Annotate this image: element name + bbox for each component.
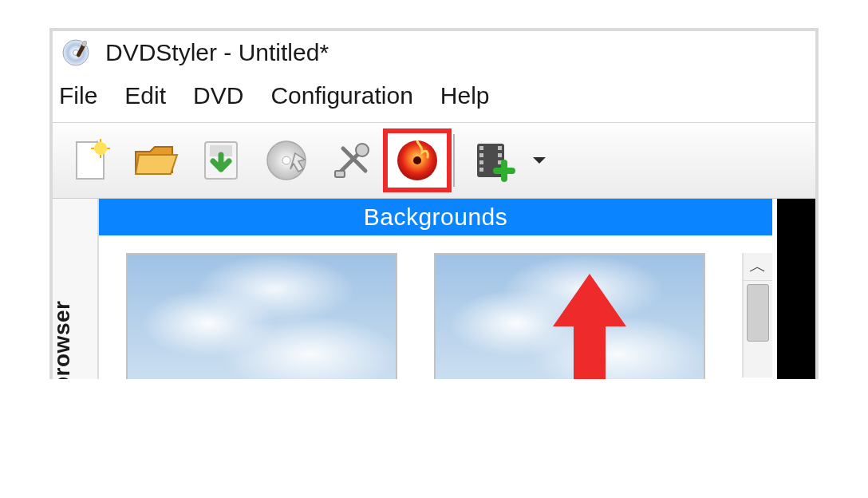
svg-point-12: [282, 156, 290, 164]
svg-point-4: [94, 142, 107, 155]
folder-open-icon: [131, 137, 180, 184]
svg-rect-22: [479, 160, 483, 164]
backgrounds-thumbnails: ︿: [99, 235, 772, 379]
new-file-icon: [67, 137, 113, 184]
menu-help[interactable]: Help: [440, 82, 490, 109]
toolbar-add-file-button[interactable]: [464, 130, 523, 191]
svg-rect-23: [479, 168, 483, 172]
menu-edit[interactable]: Edit: [124, 82, 166, 109]
toolbar-settings-button[interactable]: [319, 130, 385, 191]
menu-configuration[interactable]: Configuration: [270, 82, 412, 109]
preview-area: [777, 199, 815, 379]
scrollbar[interactable]: ︿: [742, 253, 772, 377]
scroll-thumb[interactable]: [747, 284, 769, 342]
backgrounds-panel-header: Backgrounds: [99, 199, 772, 235]
svg-rect-25: [498, 153, 502, 157]
toolbar-add-file-dropdown[interactable]: [523, 130, 555, 191]
sidebar-tab-browser[interactable]: browser: [53, 199, 99, 379]
chevron-up-icon: ︿: [749, 255, 767, 279]
backgrounds-panel: Backgrounds ︿: [99, 199, 772, 379]
toolbar-new-button[interactable]: [57, 130, 123, 191]
toolbar: [53, 122, 815, 199]
menu-file[interactable]: File: [59, 82, 97, 109]
window-title: DVDStyler - Untitled*: [105, 39, 329, 66]
app-icon: [61, 38, 91, 68]
menu-dvd[interactable]: DVD: [193, 82, 243, 109]
scroll-up-button[interactable]: ︿: [744, 253, 772, 281]
chevron-down-icon: [531, 152, 548, 169]
content-area: browser Backgrounds ︿: [53, 199, 815, 379]
svg-rect-24: [498, 146, 502, 150]
burn-disc-icon: [393, 136, 441, 184]
titlebar: DVDStyler - Untitled*: [53, 31, 815, 74]
svg-point-18: [413, 156, 421, 164]
filmstrip-add-icon: [471, 137, 517, 184]
toolbar-separator: [453, 134, 455, 187]
toolbar-run-button[interactable]: [254, 130, 319, 191]
svg-point-15: [356, 144, 369, 156]
toolbar-save-button[interactable]: [188, 130, 254, 191]
menubar: File Edit DVD Configuration Help: [53, 74, 815, 122]
svg-rect-20: [479, 146, 483, 150]
toolbar-open-button[interactable]: [123, 130, 188, 191]
scroll-track[interactable]: [744, 281, 772, 377]
toolbar-burn-button[interactable]: [385, 130, 450, 191]
svg-rect-16: [335, 171, 345, 177]
tools-icon: [329, 137, 375, 184]
svg-rect-21: [479, 153, 483, 157]
app-window: DVDStyler - Untitled* File Edit DVD Conf…: [49, 28, 819, 379]
background-thumbnail[interactable]: [434, 253, 705, 379]
save-icon: [197, 137, 245, 184]
sidebar-tab-label: browser: [49, 301, 75, 379]
background-thumbnail[interactable]: [126, 253, 397, 379]
disc-run-icon: [263, 137, 310, 184]
